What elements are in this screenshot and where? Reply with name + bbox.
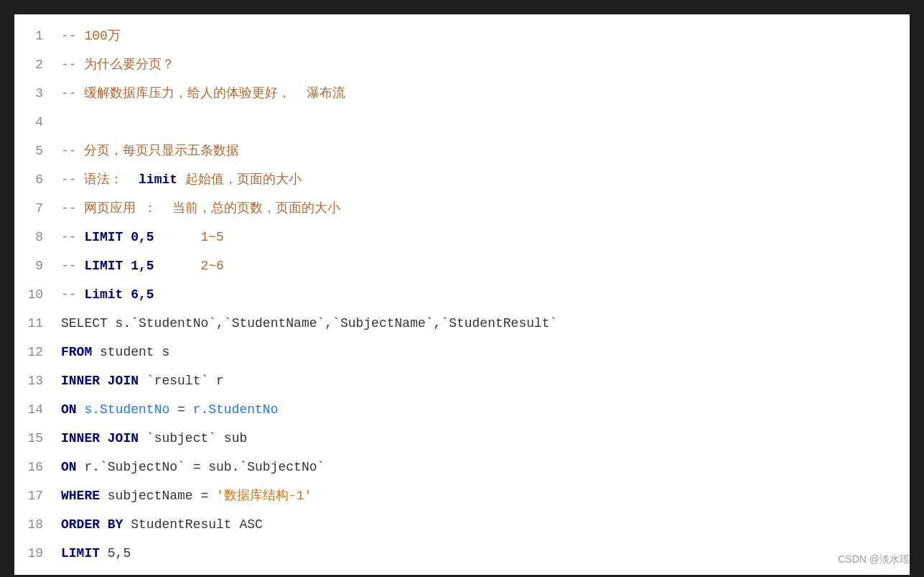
line-content: WHERE subjectName = '数据库结构-1' bbox=[57, 481, 910, 510]
comment-text: 为什么要分页？ bbox=[77, 57, 175, 72]
keyword-sql: INNER JOIN bbox=[61, 374, 139, 388]
code-line: 15INNER JOIN `subject` sub bbox=[14, 424, 910, 453]
comment-dash: -- bbox=[61, 287, 77, 302]
line-content: -- 语法： limit 起始值，页面的大小 bbox=[57, 165, 910, 194]
line-content: LIMIT 5,5 bbox=[57, 539, 910, 568]
backtick-identifier: `result` bbox=[146, 374, 208, 388]
backtick-identifier: `StudentResult` bbox=[441, 316, 557, 331]
line-content: FROM student s bbox=[57, 338, 910, 366]
backtick-identifier: `SubjectNo` bbox=[100, 460, 185, 474]
code-line: 4 bbox=[14, 108, 910, 137]
comment-text: 起始值，页面的大小 bbox=[177, 172, 302, 187]
line-number: 12 bbox=[14, 338, 57, 366]
plain-text: sub bbox=[216, 431, 247, 446]
line-content: ON r.`SubjectNo` = sub.`SubjectNo` bbox=[57, 453, 910, 481]
code-line: 14ON s.StudentNo = r.StudentNo bbox=[14, 395, 910, 424]
code-line: 18ORDER BY StudentResult ASC bbox=[14, 510, 910, 539]
plain-text bbox=[139, 374, 146, 388]
plain-text bbox=[77, 402, 85, 417]
line-content: -- 为什么要分页？ bbox=[57, 50, 910, 79]
line-number: 19 bbox=[14, 539, 57, 568]
plain-text: r bbox=[208, 374, 224, 388]
code-line: 9-- LIMIT 1,5 2~6 bbox=[14, 251, 910, 280]
plain-text: r. bbox=[77, 460, 100, 474]
plain-text: , bbox=[434, 316, 442, 331]
field-name: s.StudentNo bbox=[84, 402, 169, 417]
backtick-identifier: `StudentName` bbox=[224, 316, 325, 331]
comment-dash: -- bbox=[61, 144, 77, 158]
comment-dash: -- bbox=[61, 86, 77, 101]
code-line: 8-- LIMIT 0,5 1~5 bbox=[14, 223, 910, 251]
plain-text: , bbox=[216, 316, 224, 331]
line-content: ORDER BY StudentResult ASC bbox=[57, 510, 910, 539]
plain-text: = bbox=[169, 402, 192, 417]
line-number: 16 bbox=[14, 453, 57, 481]
keyword-inline: LIMIT 1,5 bbox=[77, 259, 154, 273]
line-content: -- 缓解数据库压力，给人的体验更好， 瀑布流 bbox=[57, 79, 910, 108]
keyword-sql: LIMIT bbox=[61, 546, 100, 560]
line-number: 4 bbox=[14, 108, 57, 137]
comment-dash: -- bbox=[61, 230, 77, 244]
line-number: 14 bbox=[14, 395, 57, 424]
line-content: -- LIMIT 0,5 1~5 bbox=[57, 223, 910, 251]
code-line: 1-- 100万 bbox=[14, 22, 910, 50]
line-number: 2 bbox=[14, 50, 57, 79]
field-name: r.StudentNo bbox=[193, 402, 279, 417]
code-line: 16ON r.`SubjectNo` = sub.`SubjectNo` bbox=[14, 453, 910, 481]
code-line: 5-- 分页，每页只显示五条数据 bbox=[14, 137, 910, 165]
code-lines: 1-- 100万2-- 为什么要分页？3-- 缓解数据库压力，给人的体验更好， … bbox=[14, 14, 910, 575]
plain-text: student s bbox=[92, 345, 169, 359]
line-content: SELECT s.`StudentNo`,`StudentName`,`Subj… bbox=[57, 309, 910, 338]
code-line: 13INNER JOIN `result` r bbox=[14, 366, 910, 395]
code-line: 19LIMIT 5,5 bbox=[14, 539, 910, 568]
string-literal: '数据库结构-1' bbox=[216, 489, 312, 503]
code-line: 12FROM student s bbox=[14, 338, 910, 366]
keyword-inline: limit bbox=[123, 172, 177, 187]
backtick-identifier: `SubjectName` bbox=[332, 316, 433, 331]
keyword-inline: Limit 6,5 bbox=[77, 287, 154, 302]
line-content: -- 网页应用 ： 当前，总的页数，页面的大小 bbox=[57, 194, 910, 223]
line-number: 3 bbox=[14, 79, 57, 108]
code-editor: 1-- 100万2-- 为什么要分页？3-- 缓解数据库压力，给人的体验更好， … bbox=[14, 14, 910, 575]
line-number: 8 bbox=[14, 223, 57, 251]
line-number: 9 bbox=[14, 251, 57, 280]
line-number: 7 bbox=[14, 194, 57, 223]
plain-text: = sub. bbox=[185, 460, 240, 474]
code-line: 2-- 为什么要分页？ bbox=[14, 50, 910, 79]
line-number: 11 bbox=[14, 309, 57, 338]
comment-dash: -- bbox=[61, 172, 77, 187]
comment-text: 网页应用 ： 当前，总的页数，页面的大小 bbox=[77, 201, 340, 216]
line-number: 17 bbox=[14, 481, 57, 510]
plain-text: , bbox=[325, 316, 332, 331]
comment-dash: -- bbox=[61, 259, 77, 273]
code-line: 6-- 语法： limit 起始值，页面的大小 bbox=[14, 165, 910, 194]
comment-text: 语法： bbox=[77, 172, 123, 187]
keyword-sql: ON bbox=[61, 402, 77, 417]
line-content: ON s.StudentNo = r.StudentNo bbox=[57, 395, 910, 424]
keyword-sql: ORDER BY bbox=[61, 517, 123, 532]
line-number: 6 bbox=[14, 165, 57, 194]
comment-text: 1~5 bbox=[154, 230, 224, 244]
code-line: 3-- 缓解数据库压力，给人的体验更好， 瀑布流 bbox=[14, 79, 910, 108]
line-content: -- Limit 6,5 bbox=[57, 280, 910, 309]
keyword-sql: ON bbox=[61, 460, 77, 474]
line-content: INNER JOIN `result` r bbox=[57, 366, 910, 395]
comment-text: 100万 bbox=[77, 29, 121, 43]
plain-text: SELECT s. bbox=[61, 316, 131, 331]
line-number: 10 bbox=[14, 280, 57, 309]
plain-text: 5,5 bbox=[100, 546, 131, 560]
line-number: 1 bbox=[14, 22, 57, 50]
line-content: -- 分页，每页只显示五条数据 bbox=[57, 137, 910, 165]
code-line: 10-- Limit 6,5 bbox=[14, 280, 910, 309]
line-content: -- 100万 bbox=[57, 22, 910, 50]
comment-dash: -- bbox=[61, 201, 77, 216]
code-line: 7-- 网页应用 ： 当前，总的页数，页面的大小 bbox=[14, 194, 910, 223]
code-line: 11SELECT s.`StudentNo`,`StudentName`,`Su… bbox=[14, 309, 910, 338]
backtick-identifier: `SubjectNo` bbox=[239, 460, 325, 474]
comment-dash: -- bbox=[61, 57, 77, 72]
comment-dash: -- bbox=[61, 29, 77, 43]
line-number: 13 bbox=[14, 366, 57, 395]
keyword-sql: INNER JOIN bbox=[61, 431, 139, 446]
backtick-identifier: `subject` bbox=[146, 431, 216, 446]
comment-text: 2~6 bbox=[154, 259, 224, 273]
